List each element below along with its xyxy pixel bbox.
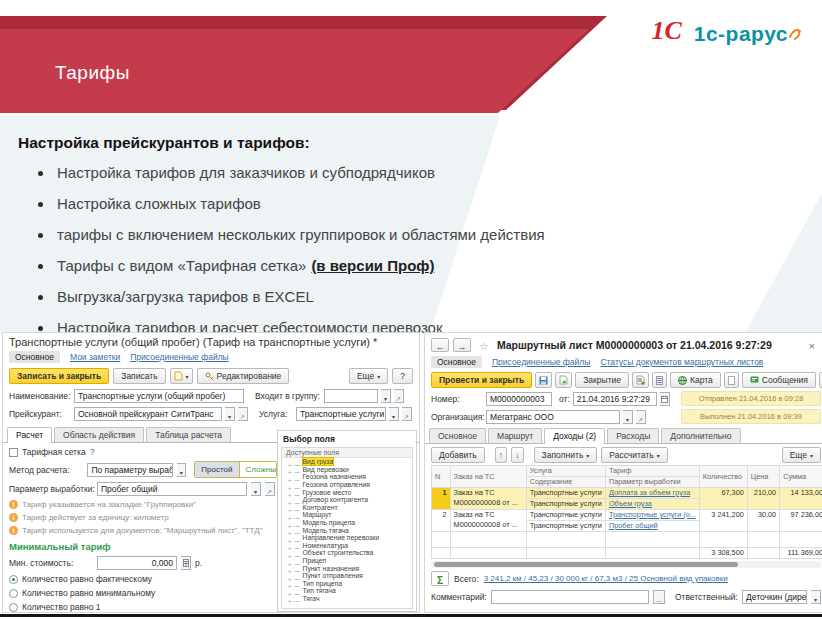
method-select[interactable]: По параметру выработки [87,463,173,477]
move-up-button[interactable] [495,447,508,463]
tariff-grid-help[interactable]: ? [90,447,95,457]
field-item[interactable]: Тип прицепа [282,580,412,588]
field-item[interactable]: Пункт отправления [282,572,412,580]
calculator-button[interactable] [181,556,191,570]
pricelist-select-button[interactable] [225,407,235,421]
group-input[interactable] [324,389,378,403]
scrollbar-thumb[interactable] [434,562,738,567]
name-input[interactable]: Транспортные услуги (общий пробег) [74,389,244,403]
service-input[interactable]: Транспортные услуги [296,407,386,421]
org-select-button[interactable] [623,410,633,424]
save-button[interactable]: Записать [113,368,165,384]
tariff-link[interactable]: Доплата за объем груза [609,488,690,497]
qty-actual-radio[interactable] [9,575,18,584]
calendar-button[interactable] [660,392,670,406]
pricelist-input[interactable]: Основной прейскурант СитиТранс [74,407,222,421]
tab-expenses[interactable]: Расходы [607,428,659,443]
create-based-on-button[interactable] [170,368,193,384]
tariff-link[interactable]: Транспортные услуги (о... [609,510,696,519]
param-select-button[interactable] [251,482,261,496]
field-item[interactable]: Прицеп [282,557,412,565]
fill-button[interactable]: Заполнить [534,447,598,463]
reports-button[interactable] [652,372,667,388]
param-input[interactable]: Пробег общий [97,482,247,496]
qty-min-radio[interactable] [9,589,18,598]
print-form-button[interactable] [724,372,739,388]
col-service[interactable]: Услуга [526,466,605,477]
messages-button[interactable]: Сообщения [742,372,816,388]
favorite-star-icon[interactable] [479,336,489,354]
method-select-button[interactable] [177,463,186,477]
mode-simple[interactable]: Простой [195,462,239,477]
edit-button[interactable]: Редактирование [197,368,290,384]
tab-income[interactable]: Доходы (2) [544,428,605,444]
forward-button[interactable] [453,338,471,352]
date-input[interactable]: 21.04.2016 9:27:29 [573,392,657,406]
nav-tab-files[interactable]: Присоединенные файлы [492,357,590,367]
col-order[interactable]: Заказ на ТС [450,466,526,488]
nav-tab-files[interactable]: Присоединенные файлы [130,352,228,362]
nav-tab-main[interactable]: Основное [9,351,60,363]
col-param[interactable]: Параметр выработки [605,477,699,488]
field-item[interactable]: Номенклатура [282,542,412,550]
total-link[interactable]: 3 241,2 км / 45,23 / 30 000 кг / 67,3 м3… [484,574,728,583]
field-item[interactable]: Тип тягача [282,587,412,595]
col-tariff[interactable]: Тариф [605,466,699,477]
closing-button[interactable]: Закрытие [575,372,629,388]
field-item[interactable]: Грузовое место [282,488,412,496]
field-item[interactable]: Геозона назначения [282,473,412,481]
tab-route[interactable]: Маршрут [488,428,542,443]
table-more-button[interactable]: Еще [782,447,821,463]
horizontal-scrollbar[interactable] [431,561,821,568]
calculate-button[interactable]: Рассчитать [601,447,667,463]
org-input[interactable]: Мегатранс ООО [486,410,620,424]
tab-scope[interactable]: Область действия [54,427,144,442]
based-on-button[interactable] [632,372,649,388]
service-open-button[interactable] [402,407,412,421]
nav-tab-notes[interactable]: Мои заметки [70,352,120,362]
expand-icon[interactable] [288,589,292,607]
table-row[interactable]: 1 Заказ на ТСМ0000000008 от ... Транспор… [432,488,822,499]
tab-calc-table[interactable]: Таблица расчета [146,427,231,442]
sum-button[interactable] [431,571,449,586]
col-qty[interactable]: Количество [699,466,747,488]
more-button[interactable]: Еще [349,368,388,384]
save-close-button[interactable]: Записать и закрыть [9,368,109,384]
param-link[interactable]: Объем груза [609,499,652,508]
close-icon[interactable] [809,336,815,354]
map-button[interactable]: Карта [670,372,721,388]
nav-tab-main[interactable]: Основное [431,356,482,368]
field-item[interactable]: Маршрут [282,511,412,519]
pricelist-open-button[interactable] [238,407,248,421]
field-item[interactable]: Модель прицепа [282,519,412,527]
table-row[interactable]: 2 Заказ на ТСМ0000000008 от ... Транспор… [432,510,822,521]
col-sum[interactable]: Сумма [780,466,822,488]
field-item[interactable]: Геозона отправления [282,481,412,489]
save-button[interactable] [535,372,552,388]
field-item[interactable]: Пункт назначения [282,564,412,572]
min-cost-input[interactable]: 0,000 [97,556,177,570]
field-item[interactable]: Контрагент [282,504,412,512]
add-row-button[interactable]: Добавить [431,447,485,463]
tariff-grid-checkbox[interactable] [9,448,18,457]
group-open-button[interactable] [394,389,404,403]
mode-complex[interactable]: Сложный [240,462,278,477]
col-content[interactable]: Содержание [526,477,605,488]
field-item[interactable]: Вид перевозки [282,466,412,474]
post-close-button[interactable]: Провести и закрыть [431,372,532,388]
field-item[interactable]: Тягач [282,595,412,603]
tab-additional[interactable]: Дополнительно [661,428,740,443]
responsible-input[interactable]: Деточкин (директор) [742,590,807,604]
param-open-button[interactable] [265,482,275,496]
comment-input[interactable] [491,590,649,604]
new-document-button[interactable] [555,372,572,388]
col-price[interactable]: Цена [747,466,779,488]
field-item[interactable]: Договор контрагента [282,496,412,504]
field-item[interactable]: Объект строительства [282,549,412,557]
field-item[interactable]: Модель тягача [282,526,412,534]
back-button[interactable] [431,338,449,352]
field-item[interactable]: Направление перевозки [282,534,412,542]
tab-calculation[interactable]: Расчет [7,427,52,443]
qty-one-radio[interactable] [9,603,18,612]
move-down-button[interactable] [511,447,524,463]
